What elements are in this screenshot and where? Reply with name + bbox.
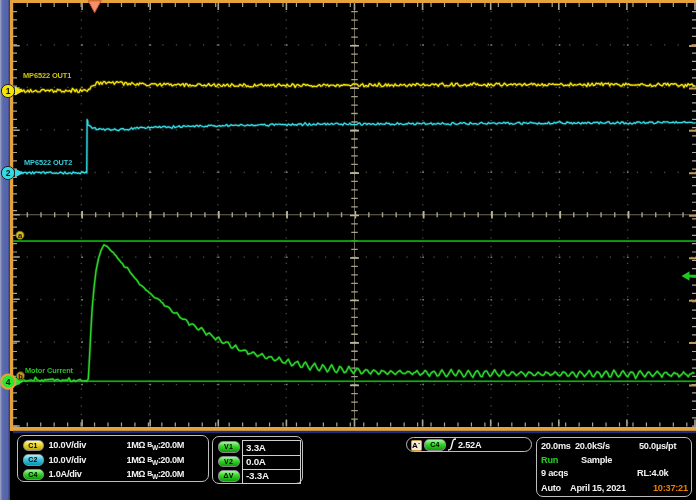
svg-text:MP6522 OUT2: MP6522 OUT2 [24, 158, 72, 167]
svg-text:MP6522 OUT1: MP6522 OUT1 [23, 71, 71, 80]
svg-text:1: 1 [6, 86, 11, 96]
svg-text:2: 2 [6, 168, 11, 178]
svg-text:Motor Current: Motor Current [25, 366, 74, 375]
svg-text:4: 4 [6, 377, 11, 387]
svg-text:b: b [18, 372, 23, 381]
